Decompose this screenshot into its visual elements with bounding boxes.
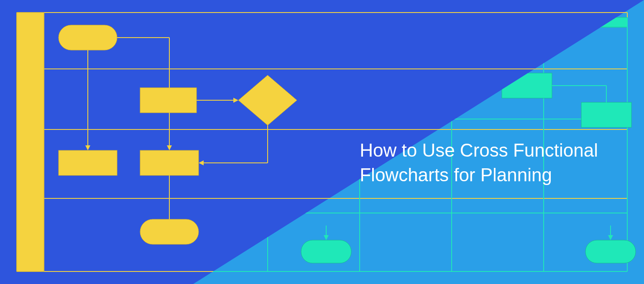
svg-rect-43 [585, 240, 636, 263]
svg-marker-20 [167, 145, 172, 150]
svg-rect-12 [59, 150, 117, 175]
svg-rect-8 [17, 13, 44, 271]
svg-marker-16 [85, 145, 90, 150]
headline: How to Use Cross Functional Flowcharts f… [360, 138, 598, 188]
svg-rect-40 [502, 73, 552, 98]
svg-rect-41 [581, 102, 631, 127]
svg-marker-46 [497, 83, 502, 88]
svg-rect-39 [443, 38, 489, 58]
svg-marker-11 [238, 75, 297, 125]
svg-marker-22 [233, 98, 238, 103]
svg-marker-52 [608, 235, 613, 240]
headline-line-1: How to Use Cross Functional [360, 138, 598, 162]
headline-line-2: Flowcharts for Planning [360, 162, 598, 187]
svg-rect-10 [140, 88, 197, 113]
svg-rect-42 [301, 240, 351, 263]
diagram-canvas: How to Use Cross Functional Flowcharts f… [0, 0, 644, 284]
svg-marker-50 [324, 235, 329, 240]
svg-rect-14 [140, 219, 199, 244]
svg-rect-13 [140, 150, 199, 175]
svg-rect-9 [59, 25, 117, 50]
svg-rect-33 [209, 18, 627, 27]
svg-marker-25 [199, 160, 204, 165]
